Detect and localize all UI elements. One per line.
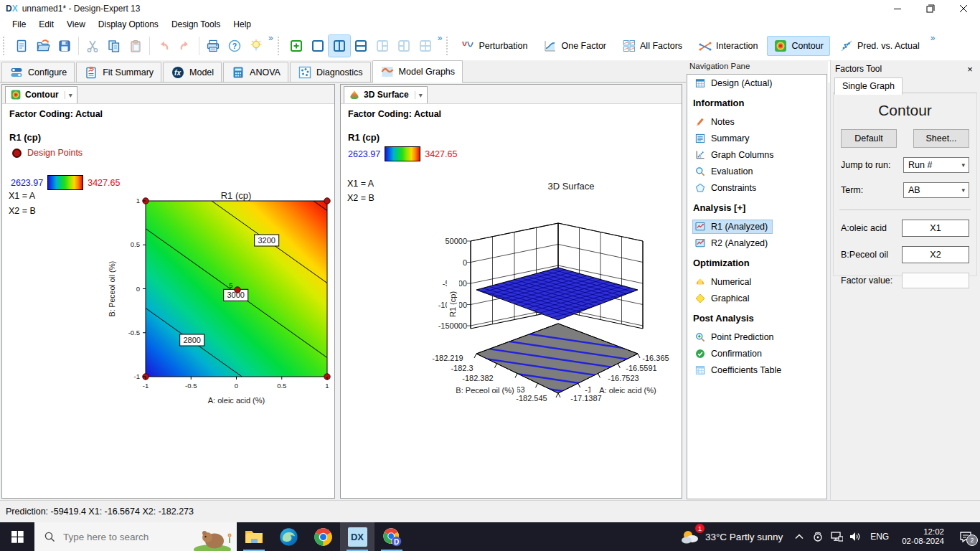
three-panes-right-button[interactable] [393,35,415,57]
factor-value-field[interactable] [902,273,969,288]
pred-vs-actual-button[interactable]: Pred. vs. Actual [833,36,926,56]
taskbar-edge[interactable] [271,522,306,551]
surface-3d-plot[interactable]: 3D Surface 50000 0 -50000 -100000 -15000… [341,178,683,415]
diagnostics-icon [298,65,312,80]
factor-b-field[interactable]: X2 [902,246,969,263]
tab-model[interactable]: fxModel [163,62,222,82]
nav-item-constraints[interactable]: Constraints [687,179,826,196]
taskbar-design-expert[interactable]: DX [340,522,374,551]
sheet-button[interactable]: Sheet... [913,129,969,148]
new-document-button[interactable] [11,35,32,57]
graph-type-title: Contour [834,102,976,119]
nav-item-r1-analyzed[interactable]: R1 (Analyzed) [687,218,826,235]
contour-graph-tab[interactable]: Contour ▾ [5,86,77,103]
tab-model-graphs[interactable]: Model Graphs [372,60,463,83]
language-indicator[interactable]: ENG [864,532,895,542]
toolbar-grip[interactable] [3,37,7,55]
svg-text:3200: 3200 [258,236,275,245]
toolbar-overflow-icon[interactable]: » [438,33,443,43]
tab-diagnostics[interactable]: Diagnostics [290,62,371,82]
search-input[interactable] [62,531,179,543]
factor-a-field[interactable]: X1 [902,220,969,237]
nav-item-label: R2 (Analyzed) [711,238,768,248]
taskbar-chrome[interactable] [306,522,340,551]
tips-button[interactable] [245,35,267,57]
action-center-button[interactable]: 2 [951,522,980,551]
print-button[interactable] [202,35,224,57]
tab-anova[interactable]: ANOVA [223,62,288,82]
tab-configure[interactable]: Configure [1,62,75,82]
three-panes-left-button[interactable] [372,35,393,57]
close-icon[interactable]: × [964,64,976,75]
nav-item-notes[interactable]: Notes [687,113,826,130]
nav-item-point-prediction[interactable]: Point Prediction [687,329,826,345]
undo-button[interactable] [153,35,174,57]
four-panes-button[interactable] [415,35,436,57]
toolbar-grip[interactable] [446,37,451,55]
nav-item-summary[interactable]: Summary [687,130,826,146]
save-button[interactable] [54,35,75,57]
nav-item-numerical[interactable]: Numerical [687,273,826,290]
nav-item-graphical[interactable]: Graphical [687,290,826,306]
all-factors-button[interactable]: All Factors [616,36,689,56]
nav-item-design-actual[interactable]: Design (Actual) [687,75,826,91]
contour-button[interactable]: Contour [767,36,829,56]
toolbar-overflow-icon[interactable]: » [268,33,273,43]
factor-b-label: B:Peceol oil [841,250,902,260]
nav-item-confirmation[interactable]: Confirmation [687,345,826,362]
copy-button[interactable] [103,35,125,57]
default-button[interactable]: Default [841,129,897,148]
tab-single-graph[interactable]: Single Graph [834,77,903,95]
menu-view[interactable]: View [60,18,92,31]
tray-chevron-up-icon[interactable] [790,522,809,551]
taskbar-search[interactable] [34,522,237,551]
menu-file[interactable]: File [6,18,32,31]
one-factor-button[interactable]: One Factor [537,36,613,56]
menu-help[interactable]: Help [227,18,258,31]
minimize-button[interactable] [881,0,914,17]
taskbar-weather[interactable]: 1 33°C Partly sunny [674,528,790,545]
menu-design-tools[interactable]: Design Tools [165,18,227,31]
nav-item-graph-columns[interactable]: Graph Columns [687,146,826,163]
one-pane-button[interactable] [307,35,329,57]
menu-bar: FileEditViewDisplay OptionsDesign ToolsH… [0,17,980,32]
tray-volume-icon[interactable] [846,522,864,551]
term-select[interactable]: AB ▾ [903,182,969,198]
add-graph-button[interactable] [286,35,307,57]
tray-meet-now-icon[interactable] [809,522,827,551]
svg-text:-182.545: -182.545 [516,394,547,402]
interaction-button[interactable]: Interaction [692,36,764,56]
tray-network-icon[interactable] [827,522,846,551]
taskbar-clock[interactable]: 12:02 02-08-2024 [895,527,951,546]
factor-value-label: Factor value: [841,276,902,286]
tab-fit-summary[interactable]: Fit Summary [76,62,161,82]
factors-tool-panel: Factors Tool × Single Graph Contour Defa… [830,60,980,500]
perturbation-button[interactable]: Perturbation [454,36,534,56]
paste-button[interactable] [125,35,146,57]
contour-plot[interactable]: R1 (cp) 3200 3000 2800 5 [2,189,336,425]
cut-button[interactable] [82,35,103,57]
close-button[interactable] [947,0,980,17]
contour-plot-title: R1 (cp) [221,190,252,201]
help-button[interactable]: ? [224,35,245,57]
two-horizontal-panes-button[interactable] [350,35,372,57]
menu-edit[interactable]: Edit [32,18,60,31]
redo-button[interactable] [174,35,196,57]
chevron-down-icon[interactable]: ▾ [65,91,72,99]
surface-graph-tab[interactable]: 3D Surface ▾ [344,86,428,103]
two-vertical-panes-button[interactable] [329,35,350,57]
menu-display-options[interactable]: Display Options [92,18,165,31]
taskbar-chrome-profile[interactable]: D [374,522,409,551]
toolbar-grip[interactable] [278,37,282,55]
taskbar-file-explorer[interactable] [237,522,271,551]
open-button[interactable] [32,35,54,57]
start-button[interactable] [0,522,34,551]
jump-to-run-select[interactable]: Run # ▾ [903,157,969,173]
nav-item-evaluation[interactable]: Evaluation [687,163,826,179]
nav-item-coefficients-table[interactable]: Coefficients Table [687,362,826,378]
toolbar-separator [199,37,199,55]
nav-item-r2-analyzed[interactable]: R2 (Analyzed) [687,235,826,251]
chevron-down-icon[interactable]: ▾ [415,91,423,99]
toolbar-overflow-icon[interactable]: » [930,33,936,43]
restore-button[interactable] [914,0,947,17]
